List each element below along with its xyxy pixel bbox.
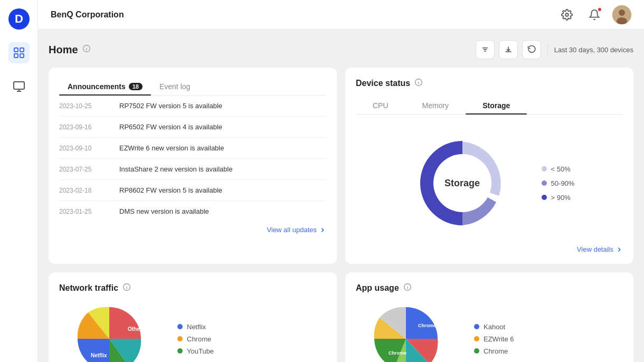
- announcement-item: 2023-01-25DMS new version is available: [59, 201, 326, 222]
- announcements-tabs: Announcements 18 Event log: [59, 78, 326, 96]
- announcements-badge: 18: [129, 83, 143, 90]
- announcement-item: 2023-09-10EZWrite 6 new version is avail…: [59, 138, 326, 159]
- refresh-button[interactable]: [522, 40, 541, 59]
- network-traffic-info-icon[interactable]: [122, 283, 131, 293]
- svg-text:Chrome: Chrome: [389, 350, 406, 356]
- app-usage-legend-item: Kahoot: [474, 323, 514, 331]
- svg-rect-5: [20, 54, 24, 58]
- announcement-item: 2023-02-18RP8602 FW version 5 is availab…: [59, 180, 326, 201]
- tab-event-log[interactable]: Event log: [151, 78, 198, 95]
- topbar: BenQ Corporation: [38, 0, 644, 30]
- device-status-tabs: CPU Memory Storage: [356, 97, 623, 115]
- svg-point-13: [86, 47, 87, 47]
- page-actions: Last 30 days, 300 devices: [476, 40, 633, 59]
- tab-memory[interactable]: Memory: [405, 97, 466, 114]
- view-details-link[interactable]: View details: [356, 241, 623, 253]
- svg-point-28: [407, 285, 408, 286]
- svg-rect-4: [14, 54, 18, 58]
- main-area: BenQ Corporation: [38, 0, 644, 362]
- app-usage-legend: KahootEZWrite 6Chrome: [474, 323, 514, 355]
- network-chart-content: Others Netflix NetflixChromeYouTube: [59, 302, 326, 362]
- svg-rect-3: [20, 48, 24, 52]
- svg-point-9: [619, 9, 625, 16]
- svg-text:D: D: [15, 12, 23, 25]
- app-usage-legend-item: Chrome: [474, 347, 514, 355]
- app-usage-info-icon[interactable]: [403, 283, 412, 293]
- sidebar: D: [0, 0, 38, 362]
- company-name: BenQ Corporation: [51, 10, 124, 20]
- network-legend-item: YouTube: [177, 347, 214, 355]
- network-pie-chart: Others Netflix: [59, 302, 165, 362]
- device-status-info-icon[interactable]: [414, 78, 423, 89]
- svg-text:Netflix: Netflix: [91, 353, 107, 358]
- app-usage-title: App usage: [356, 283, 399, 293]
- nav-monitor-icon[interactable]: [8, 76, 30, 97]
- svg-point-19: [419, 81, 419, 81]
- network-legend: NetflixChromeYouTube: [177, 323, 214, 355]
- settings-icon[interactable]: [557, 5, 576, 24]
- filter-label: Last 30 days, 300 devices: [554, 46, 633, 54]
- network-traffic-title: Network traffic: [59, 283, 118, 293]
- svg-text:Chrome: Chrome: [418, 323, 436, 328]
- network-legend-item: Chrome: [177, 335, 214, 343]
- dashboard-grid: Announcements 18 Event log 2023-10-25RP7…: [49, 68, 633, 362]
- app-usage-card: App usage: [345, 272, 633, 362]
- svg-point-7: [565, 13, 569, 16]
- view-all-updates[interactable]: View all updates: [59, 222, 326, 234]
- tab-announcements[interactable]: Announcements 18: [59, 78, 151, 95]
- donut-center-label: Storage: [444, 178, 480, 189]
- announcement-item: 2023-07-25InstaShare 2 new version is av…: [59, 159, 326, 180]
- tab-storage[interactable]: Storage: [466, 97, 527, 114]
- app-logo: D: [8, 8, 30, 30]
- announcement-list: 2023-10-25RP7502 FW version 5 is availab…: [59, 96, 326, 222]
- page-content: Home: [38, 30, 644, 362]
- avatar[interactable]: [612, 5, 631, 24]
- device-status-card: Device status CPU Memory Storage: [345, 68, 633, 264]
- legend-item: < 50%: [542, 165, 575, 173]
- network-legend-item: Netflix: [177, 323, 214, 331]
- notifications-icon[interactable]: [585, 5, 604, 24]
- device-status-title: Device status: [356, 79, 410, 88]
- svg-rect-6: [14, 82, 24, 89]
- page-header: Home: [49, 40, 633, 59]
- announcement-item: 2023-10-25RP7502 FW version 5 is availab…: [59, 96, 326, 117]
- device-status-header: Device status: [356, 78, 623, 89]
- actions-divider: [547, 43, 548, 56]
- device-status-content: Storage < 50%50-90%> 90%: [356, 125, 623, 241]
- app-usage-legend-item: EZWrite 6: [474, 335, 514, 343]
- storage-legend: < 50%50-90%> 90%: [542, 165, 575, 202]
- filter-button[interactable]: [476, 40, 495, 59]
- page-title: Home: [49, 44, 78, 56]
- page-title-info-icon[interactable]: [82, 44, 91, 55]
- storage-donut-chart: Storage: [404, 125, 520, 241]
- nav-grid-icon[interactable]: [8, 42, 30, 63]
- svg-point-23: [127, 285, 127, 286]
- tab-cpu[interactable]: CPU: [356, 97, 405, 114]
- app-usage-chart-content: Chrome Chrome KahootEZWrite 6Chrome: [356, 302, 623, 362]
- announcement-item: 2023-09-16RP6502 FW version 4 is availab…: [59, 117, 326, 138]
- app-usage-header: App usage: [356, 283, 623, 293]
- svg-text:Others: Others: [128, 326, 145, 332]
- network-traffic-card: Network traffic: [49, 272, 337, 362]
- announcements-card: Announcements 18 Event log 2023-10-25RP7…: [49, 68, 337, 264]
- topbar-actions: [557, 5, 631, 24]
- network-traffic-header: Network traffic: [59, 283, 326, 293]
- page-title-area: Home: [49, 44, 91, 56]
- legend-item: 50-90%: [542, 179, 575, 187]
- download-button[interactable]: [499, 40, 518, 59]
- legend-item: > 90%: [542, 194, 575, 202]
- app-usage-pie-chart: Chrome Chrome: [356, 302, 461, 362]
- svg-rect-2: [14, 48, 18, 52]
